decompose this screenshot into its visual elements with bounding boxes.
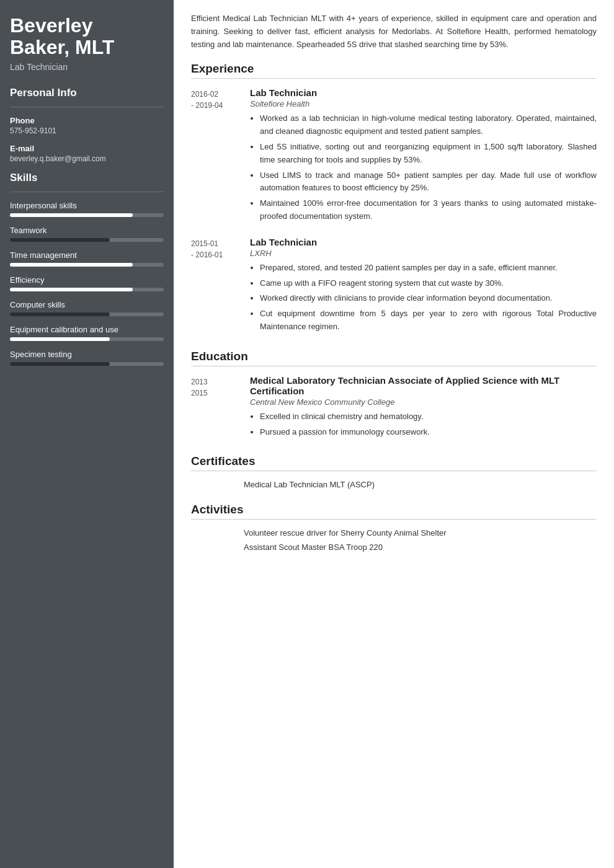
bullet-item: Used LIMS to track and manage 50+ patien… [260,169,597,195]
activities-heading: Activities [191,503,597,520]
skill-bar-fill [10,238,110,242]
education-heading: Education [191,350,597,366]
experience-row: 2015-01- 2016-01Lab TechnicianLXRHPrepar… [191,237,597,336]
summary-text: Efficient Medical Lab Technician MLT wit… [191,12,597,51]
name-line1: Beverley [10,14,92,37]
personal-info-heading: Personal Info [10,87,164,99]
skill-name: Computer skills [10,300,164,309]
activity-item: Assistant Scout Master BSA Troop 220 [244,542,597,552]
certificates-list: Medical Lab Technician MLT (ASCP) [191,480,597,489]
skill-bar [10,238,164,242]
edu-date: 20132015 [191,375,250,441]
certificates-section: Certificates Medical Lab Technician MLT … [191,454,597,489]
skill-bar [10,288,164,291]
bullet-item: Excelled in clinical chemistry and hemat… [260,410,597,423]
skill-name: Interpersonal skills [10,201,164,210]
exp-content: Lab TechnicianSoltefiore HealthWorked as… [250,87,597,225]
certificate-item: Medical Lab Technician MLT (ASCP) [244,480,597,489]
skill-bar-fill [10,312,110,316]
skill-name: Time management [10,250,164,260]
bullet-item: Maintained 100% error-free documentation… [260,197,597,223]
skill-bar [10,337,164,341]
education-row: 20132015Medical Laboratory Technician As… [191,375,597,441]
certificates-heading: Certificates [191,454,597,471]
skill-bar-fill [10,362,110,366]
exp-company: LXRH [250,249,597,258]
skill-name: Efficiency [10,275,164,285]
activities-section: Activities Volunteer rescue driver for S… [191,503,597,552]
bullet-item: Worked directly with clinicians to provi… [260,292,597,305]
skill-bar-fill [10,263,133,267]
skill-bar [10,213,164,217]
candidate-name: Beverley Baker, MLT [10,15,164,58]
main-content: Efficient Medical Lab Technician MLT wit… [174,0,614,868]
personal-info-divider [10,107,164,107]
email-value: beverley.q.baker@gmail.com [10,154,164,163]
skill-bar [10,263,164,267]
exp-job-title: Lab Technician [250,237,597,247]
skill-name: Teamwork [10,226,164,235]
exp-company: Soltefiore Health [250,99,597,108]
skill-bar [10,312,164,316]
activity-item: Volunteer rescue driver for Sherry Count… [244,528,597,538]
bullet-item: Pursued a passion for immunology coursew… [260,426,597,439]
edu-content: Medical Laboratory Technician Associate … [250,375,597,441]
edu-degree: Medical Laboratory Technician Associate … [250,375,597,396]
bullet-item: Prepared, stored, and tested 20 patient … [260,262,597,275]
skill-bar [10,362,164,366]
exp-date: 2015-01- 2016-01 [191,237,250,336]
bullet-item: Cut equipment downtime from 5 days per y… [260,308,597,334]
skills-divider [10,192,164,192]
bullet-item: Worked as a lab technician in high-volum… [260,112,597,138]
experience-section: Experience 2016-02- 2019-04Lab Technicia… [191,62,597,335]
exp-content: Lab TechnicianLXRHPrepared, stored, and … [250,237,597,336]
skills-list: Interpersonal skillsTeamworkTime managem… [10,201,164,366]
phone-value: 575-952-9101 [10,126,164,135]
name-line2: Baker, MLT [10,36,114,58]
experience-heading: Experience [191,62,597,79]
phone-label: Phone [10,116,164,125]
exp-date: 2016-02- 2019-04 [191,87,250,225]
activities-list: Volunteer rescue driver for Sherry Count… [191,528,597,552]
skills-heading: Skills [10,172,164,184]
bullet-item: Led 5S initiative, sorting out and reorg… [260,141,597,167]
exp-bullets: Prepared, stored, and tested 20 patient … [250,262,597,334]
bullet-item: Came up with a FIFO reagent storing syst… [260,277,597,290]
exp-bullets: Worked as a lab technician in high-volum… [250,112,597,223]
edu-school: Central New Mexico Community College [250,397,597,407]
sidebar: Beverley Baker, MLT Lab Technician Perso… [0,0,174,868]
education-list: 20132015Medical Laboratory Technician As… [191,375,597,441]
exp-job-title: Lab Technician [250,87,597,98]
skill-bar-fill [10,213,133,217]
experience-list: 2016-02- 2019-04Lab TechnicianSoltefiore… [191,87,597,335]
experience-row: 2016-02- 2019-04Lab TechnicianSoltefiore… [191,87,597,225]
skill-name: Equipment calibration and use [10,325,164,334]
edu-bullets: Excelled in clinical chemistry and hemat… [250,410,597,439]
skill-bar-fill [10,288,133,291]
email-label: E-mail [10,144,164,153]
skill-name: Specimen testing [10,350,164,359]
skill-bar-fill [10,337,110,341]
candidate-title: Lab Technician [10,62,164,72]
education-section: Education 20132015Medical Laboratory Tec… [191,350,597,441]
